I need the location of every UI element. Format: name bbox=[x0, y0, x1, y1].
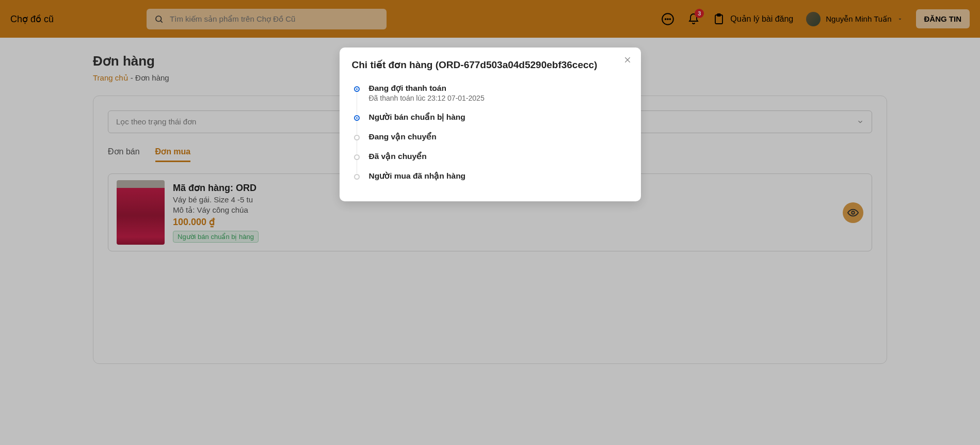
step-title: Đã vận chuyển bbox=[369, 152, 629, 161]
modal-overlay[interactable]: Chi tiết đơn hàng (ORD-677d503a04d5290eb… bbox=[0, 0, 980, 379]
order-detail-modal: Chi tiết đơn hàng (ORD-677d503a04d5290eb… bbox=[340, 47, 641, 201]
step-dot bbox=[354, 135, 360, 140]
timeline-step: Người mua đã nhận hàng bbox=[354, 171, 629, 181]
step-title: Người mua đã nhận hàng bbox=[369, 171, 629, 181]
step-body: Người mua đã nhận hàng bbox=[369, 171, 629, 181]
timeline-step: Đang vận chuyển bbox=[354, 132, 629, 152]
timeline-step: Đã vận chuyển bbox=[354, 152, 629, 171]
step-title: Người bán chuẩn bị hàng bbox=[369, 113, 629, 122]
timeline-step: Người bán chuẩn bị hàng bbox=[354, 113, 629, 132]
order-timeline: Đang đợi thanh toán Đã thanh toán lúc 23… bbox=[352, 84, 629, 181]
close-button[interactable] bbox=[623, 56, 632, 66]
step-body: Đã vận chuyển bbox=[369, 152, 629, 161]
step-dot bbox=[354, 115, 360, 121]
step-dot bbox=[354, 154, 360, 160]
step-title: Đang vận chuyển bbox=[369, 132, 629, 141]
step-dot bbox=[354, 86, 360, 92]
step-body: Đang vận chuyển bbox=[369, 132, 629, 141]
step-body: Người bán chuẩn bị hàng bbox=[369, 113, 629, 122]
step-sub: Đã thanh toán lúc 23:12 07-01-2025 bbox=[369, 94, 629, 102]
timeline-step: Đang đợi thanh toán Đã thanh toán lúc 23… bbox=[354, 84, 629, 113]
step-body: Đang đợi thanh toán Đã thanh toán lúc 23… bbox=[369, 84, 629, 102]
modal-title: Chi tiết đơn hàng (ORD-677d503a04d5290eb… bbox=[352, 59, 629, 71]
close-icon bbox=[623, 56, 632, 64]
step-title: Đang đợi thanh toán bbox=[369, 84, 629, 93]
step-dot bbox=[354, 174, 360, 180]
